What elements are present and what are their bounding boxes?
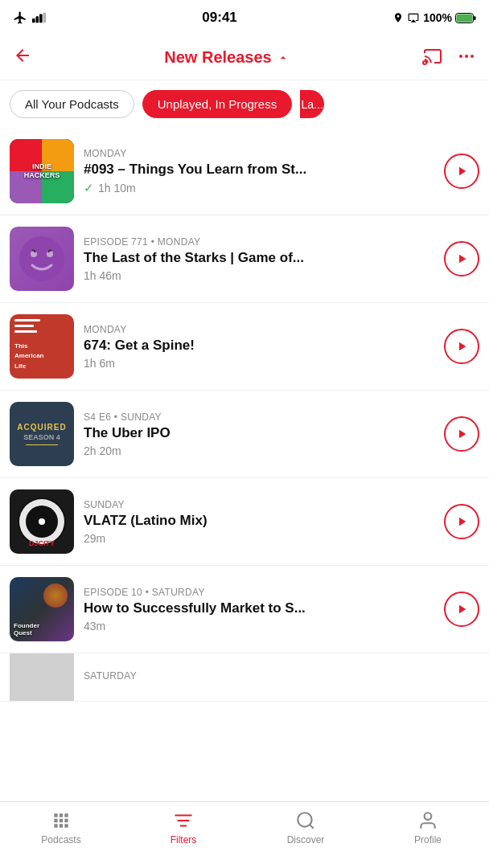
sleep-art-svg — [18, 235, 66, 283]
play-icon — [454, 252, 469, 266]
signal-icon — [32, 12, 47, 23]
nav-label-podcasts: Podcasts — [41, 834, 80, 845]
svg-rect-5 — [456, 14, 472, 22]
nav-actions — [421, 47, 476, 69]
episode-title: How to Successfully Market to S... — [84, 600, 434, 616]
play-button[interactable] — [444, 592, 479, 627]
podcast-art-djcity: DJCITY — [10, 489, 74, 554]
podcasts-icon — [51, 810, 72, 831]
airplay-icon — [407, 12, 420, 23]
play-icon — [454, 164, 469, 178]
play-button[interactable] — [444, 241, 479, 276]
episode-item: FounderQuest Episode 10 • Saturday How t… — [0, 566, 489, 653]
svg-rect-2 — [39, 14, 43, 23]
podcast-art-american-life: ThisAmericanLife — [10, 314, 74, 379]
filter-all[interactable]: All Your Podcasts — [10, 90, 134, 118]
episode-item-partial: Saturday — [0, 653, 489, 702]
podcast-art-sleep — [10, 227, 74, 291]
svg-rect-1 — [36, 16, 39, 23]
svg-rect-3 — [43, 13, 47, 23]
filter-latest-partial[interactable]: La... — [300, 90, 324, 118]
svg-rect-0 — [32, 18, 35, 23]
episode-meta: Episode 10 • Saturday — [84, 587, 434, 598]
podcast-art-partial — [10, 653, 74, 702]
nav-title: New Releases — [164, 48, 289, 67]
svg-rect-6 — [474, 16, 476, 20]
podcast-art-founder-quest: FounderQuest — [10, 577, 74, 641]
profile-icon — [417, 810, 438, 831]
play-button[interactable] — [444, 154, 479, 189]
episode-duration: ✓ 1h 10m — [84, 181, 434, 195]
nav-label-profile: Profile — [414, 834, 442, 845]
episode-meta: Episode 771 • Monday — [84, 236, 434, 248]
play-icon — [454, 514, 469, 529]
episode-title: 674: Get a Spine! — [84, 338, 434, 354]
play-icon — [454, 339, 469, 354]
episode-list: INDIEHACKERS Monday #093 – Things You Le… — [0, 128, 489, 768]
airplane-icon — [13, 10, 27, 25]
episode-content: Episode 771 • Monday The Last of the Sta… — [84, 236, 434, 282]
nav-item-profile[interactable]: Profile — [367, 810, 489, 845]
svg-point-13 — [47, 251, 53, 257]
more-button[interactable] — [457, 47, 476, 69]
episode-meta: Sunday — [84, 499, 434, 510]
play-button[interactable] — [444, 504, 479, 539]
cast-icon — [421, 47, 444, 66]
play-icon — [454, 602, 469, 616]
svg-point-10 — [471, 55, 474, 58]
episode-item: DJCITY Sunday VLATZ (Latino Mix) 29m — [0, 478, 489, 566]
svg-point-7 — [423, 61, 426, 64]
svg-point-8 — [459, 55, 462, 58]
episode-content-partial: Saturday — [84, 670, 479, 684]
svg-point-17 — [39, 518, 45, 525]
status-left — [13, 10, 47, 25]
episode-meta-partial: Saturday — [84, 670, 479, 682]
episode-content: Episode 10 • Saturday How to Successfull… — [84, 587, 434, 633]
svg-point-19 — [298, 813, 311, 826]
episode-item: Episode 771 • Monday The Last of the Sta… — [0, 215, 489, 303]
filter-tabs: All Your Podcasts Unplayed, In Progress … — [0, 80, 489, 128]
played-check-icon: ✓ — [84, 181, 94, 195]
battery-icon — [455, 13, 476, 23]
bottom-nav: Podcasts Filters Discover Profile — [0, 801, 489, 868]
play-button[interactable] — [444, 329, 479, 364]
episode-title: The Uber IPO — [84, 425, 434, 441]
podcast-art-acquired: ACQUIRED SEASON 4 — [10, 402, 74, 466]
episode-item: ACQUIRED SEASON 4 S4 E6 • Sunday The Ube… — [0, 391, 489, 478]
back-button[interactable] — [13, 46, 32, 70]
more-icon — [457, 47, 476, 66]
battery-text: 100% — [423, 11, 452, 24]
djcity-art-svg: DJCITY — [14, 493, 70, 550]
episode-content: Monday #093 – Things You Learn from St..… — [84, 148, 434, 195]
svg-point-11 — [19, 236, 64, 281]
status-time: 09:41 — [202, 10, 236, 26]
nav-item-discover[interactable]: Discover — [244, 810, 367, 845]
back-icon — [13, 46, 32, 65]
svg-point-9 — [465, 55, 468, 58]
episode-duration: 29m — [84, 532, 434, 545]
episode-item: INDIEHACKERS Monday #093 – Things You Le… — [0, 128, 489, 215]
episode-duration: 2h 20m — [84, 444, 434, 457]
episode-title: The Last of the Starks | Game of... — [84, 250, 434, 266]
episode-content: S4 E6 • Sunday The Uber IPO 2h 20m — [84, 411, 434, 457]
cast-button[interactable] — [421, 47, 444, 69]
episode-content: Monday 674: Get a Spine! 1h 6m — [84, 324, 434, 370]
discover-icon — [295, 810, 316, 831]
episode-meta: Monday — [84, 148, 434, 159]
nav-label-discover: Discover — [287, 834, 325, 845]
svg-point-12 — [31, 251, 37, 257]
play-button[interactable] — [444, 416, 479, 452]
nav-label-filters: Filters — [171, 834, 197, 845]
nav-bar: New Releases — [0, 35, 489, 80]
nav-item-filters[interactable]: Filters — [122, 810, 244, 845]
episode-meta: S4 E6 • Sunday — [84, 411, 434, 423]
episode-duration: 43m — [84, 620, 434, 633]
filter-unplayed[interactable]: Unplayed, In Progress — [142, 90, 292, 118]
episode-item: ThisAmericanLife Monday 674: Get a Spine… — [0, 303, 489, 391]
episode-duration: 1h 6m — [84, 357, 434, 370]
podcast-art-indie-hackers: INDIEHACKERS — [10, 139, 74, 203]
nav-item-podcasts[interactable]: Podcasts — [0, 810, 122, 845]
chevron-up-icon — [277, 51, 290, 64]
status-right: 100% — [392, 11, 476, 24]
filters-icon — [173, 810, 194, 831]
